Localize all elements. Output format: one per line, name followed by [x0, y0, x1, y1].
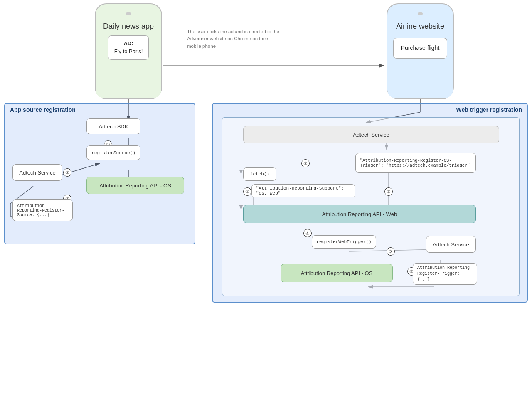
- adtech-service-top-node: Adtech Service: [243, 126, 499, 143]
- attribution-os-left-node: Attribution Reporting API - OS: [86, 177, 184, 194]
- phone-news: Daily news app AD:Fly to Paris!: [95, 3, 162, 99]
- phone-airline-screen: Airline website Purchase flight: [387, 18, 453, 98]
- badge-2-left: ②: [63, 168, 71, 177]
- web-trigger-registration-title: Web trigger registration: [456, 106, 522, 113]
- badge-4-right: ④: [303, 229, 312, 237]
- attribution-web-node: Attribution Reporting API - Web: [243, 205, 476, 223]
- phone-airline: Airline website Purchase flight: [387, 3, 454, 99]
- phone-camera-airline: [418, 12, 423, 15]
- purchase-flight-label: Purchase flight: [401, 44, 440, 51]
- adtech-sdk-node: Adtech SDK: [86, 118, 140, 134]
- fetch-node: fetch(): [243, 167, 276, 181]
- badge-3-right: ③: [384, 187, 393, 196]
- phone-news-screen: Daily news app AD:Fly to Paris!: [96, 18, 161, 98]
- app-source-registration-box: App source registration Adtech SDK ① reg…: [4, 103, 195, 244]
- attr-os-trigger-header-node: "Attribution-Reporting-Register-OS-Trigg…: [355, 153, 476, 173]
- purchase-flight-box: Purchase flight: [393, 38, 448, 59]
- badge-1-right: ①: [243, 187, 251, 196]
- badge-5-right: ⑤: [387, 247, 395, 256]
- badge-2-right: ②: [301, 159, 310, 167]
- app-source-registration-title: App source registration: [10, 106, 76, 113]
- register-source-node: registerSource(): [86, 145, 140, 160]
- phone-camera-news: [126, 12, 131, 15]
- attr-support-node: "Attribution-Reporting-Support": "os, we…: [251, 184, 355, 197]
- inner-right-box: Adtech Service fetch() ② "Attribution-Re…: [222, 117, 520, 296]
- attr-register-trigger-node: Attribution-Reporting- Register-Trigger:…: [413, 263, 477, 285]
- register-web-trigger-node: registerWebTrigger(): [312, 235, 376, 249]
- phone-news-title: Daily news app: [103, 22, 154, 31]
- attribution-register-source-node: Attribution-Reporting-Register-Source: {…: [12, 200, 73, 221]
- ad-box: AD:Fly to Paris!: [108, 35, 149, 59]
- web-trigger-registration-box: Web trigger registration Adtech Service …: [212, 103, 528, 303]
- adtech-service-left-node: Adtech Service: [12, 164, 62, 181]
- description-text: The user clicks the ad and is directed t…: [187, 28, 283, 50]
- phone-airline-title: Airline website: [396, 22, 444, 31]
- adtech-service-right-node: Adtech Service: [426, 236, 476, 253]
- attribution-os-right-node: Attribution Reporting API - OS: [281, 264, 393, 282]
- diagram-area: Daily news app AD:Fly to Paris! Airline …: [0, 0, 532, 399]
